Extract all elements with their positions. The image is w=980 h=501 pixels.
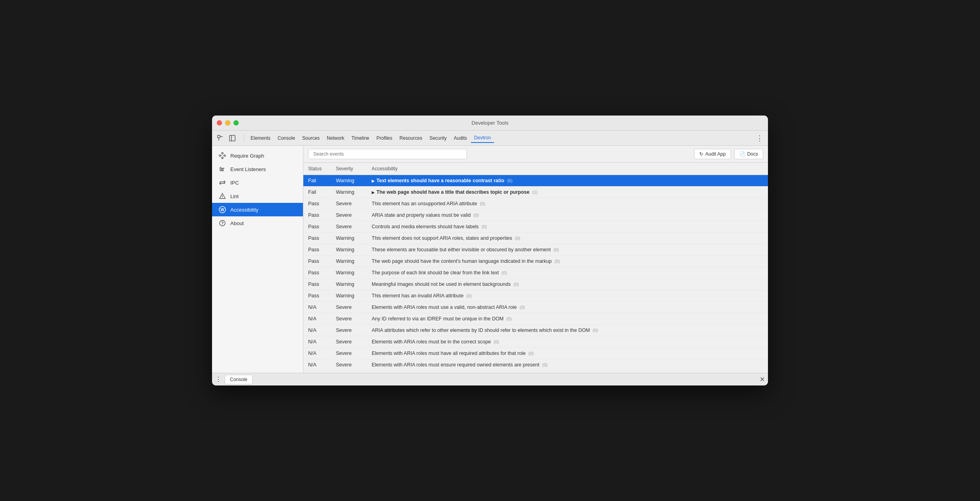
svg-rect-11 bbox=[221, 168, 224, 169]
titlebar: Developer Tools bbox=[212, 116, 768, 131]
cell-severity: Warning bbox=[331, 244, 367, 256]
sidebar-item-accessibility[interactable]: W Accessibility bbox=[212, 203, 303, 216]
count-badge: (0) bbox=[552, 247, 559, 252]
cell-accessibility: The web page should have the content's h… bbox=[367, 256, 768, 267]
svg-rect-1 bbox=[230, 135, 235, 141]
cell-status: Pass bbox=[303, 244, 331, 256]
table-row[interactable]: PassWarningThis element does not support… bbox=[303, 233, 768, 244]
cell-status: N/A bbox=[303, 359, 331, 371]
refresh-icon: ↻ bbox=[699, 151, 703, 157]
table-row[interactable]: PassWarningMeaningful images should not … bbox=[303, 279, 768, 290]
cell-severity: Severe bbox=[331, 325, 367, 336]
cell-status: Pass bbox=[303, 256, 331, 267]
table-row[interactable]: PassSevereThis element has an unsupporte… bbox=[303, 198, 768, 210]
lint-label: Lint bbox=[230, 193, 239, 199]
panel-icon-btn[interactable] bbox=[227, 133, 237, 143]
cell-status: N/A bbox=[303, 302, 331, 313]
bottom-close-button[interactable]: ✕ bbox=[760, 376, 765, 383]
cell-accessibility: This element has an invalid ARIA attribu… bbox=[367, 290, 768, 302]
more-options-button[interactable]: ⋮ bbox=[754, 133, 765, 143]
maximize-button[interactable] bbox=[233, 120, 239, 125]
table-row[interactable]: N/ASevereElements with ARIA roles must h… bbox=[303, 348, 768, 359]
cell-accessibility: Elements with ARIA roles must ensure req… bbox=[367, 359, 768, 371]
cell-accessibility: These elements are focusable but either … bbox=[367, 244, 768, 256]
tab-profiles[interactable]: Profiles bbox=[373, 134, 395, 143]
bottom-menu-button[interactable]: ⋮ bbox=[215, 376, 222, 383]
cell-status: Pass bbox=[303, 279, 331, 290]
count-badge: (0) bbox=[553, 259, 560, 264]
console-tab-button[interactable]: Console bbox=[225, 375, 253, 384]
count-badge: (0) bbox=[505, 316, 512, 321]
sidebar-item-event-listeners[interactable]: Event Listeners bbox=[212, 162, 303, 176]
about-label: About bbox=[230, 220, 244, 226]
search-input[interactable] bbox=[308, 149, 467, 159]
tab-network[interactable]: Network bbox=[324, 134, 347, 143]
table-row[interactable]: PassWarningThis element has an invalid A… bbox=[303, 290, 768, 302]
table-row[interactable]: N/ASevereAny ID referred to via an IDREF… bbox=[303, 313, 768, 325]
tab-console[interactable]: Console bbox=[274, 134, 298, 143]
expand-arrow-icon: ▶ bbox=[372, 179, 375, 183]
cell-status: N/A bbox=[303, 313, 331, 325]
bottom-bar: ⋮ Console ✕ bbox=[212, 373, 768, 385]
cell-status: Pass bbox=[303, 221, 331, 233]
table-row[interactable]: PassWarningThe purpose of each link shou… bbox=[303, 267, 768, 279]
table-row[interactable]: N/ASevereElements with ARIA roles must b… bbox=[303, 336, 768, 348]
accessibility-text: This element does not support ARIA roles… bbox=[372, 235, 512, 241]
svg-point-6 bbox=[222, 157, 223, 159]
tab-elements[interactable]: Elements bbox=[247, 134, 274, 143]
window-title: Developer Tools bbox=[472, 120, 509, 126]
count-badge: (1) bbox=[531, 190, 538, 195]
minimize-button[interactable] bbox=[225, 120, 230, 125]
cell-severity: Severe bbox=[331, 336, 367, 348]
tab-timeline[interactable]: Timeline bbox=[348, 134, 372, 143]
table-row[interactable]: N/ASevereElements with ARIA roles must u… bbox=[303, 302, 768, 313]
accessibility-icon: W bbox=[218, 206, 226, 213]
sidebar-item-ipc[interactable]: IPC bbox=[212, 176, 303, 189]
cell-severity: Warning bbox=[331, 267, 367, 279]
toolbar: Elements Console Sources Network Timelin… bbox=[212, 131, 768, 146]
tab-audits[interactable]: Audits bbox=[451, 134, 470, 143]
close-button[interactable] bbox=[217, 120, 222, 125]
table-row[interactable]: PassWarningThe web page should have the … bbox=[303, 256, 768, 267]
count-badge: (0) bbox=[518, 305, 525, 310]
sidebar-item-lint[interactable]: Lint bbox=[212, 189, 303, 203]
accessibility-table: Status Severity Accessibility FailWarnin… bbox=[303, 163, 768, 371]
accessibility-text: The purpose of each link should be clear… bbox=[372, 270, 499, 276]
table-row[interactable]: N/ASevereElements with ARIA roles must e… bbox=[303, 359, 768, 371]
lint-icon bbox=[218, 193, 226, 200]
require-graph-icon bbox=[218, 152, 226, 159]
accessibility-text: This element has an invalid ARIA attribu… bbox=[372, 293, 463, 299]
tab-sources[interactable]: Sources bbox=[299, 134, 323, 143]
table-row[interactable]: FailWarning▶ The web page should have a … bbox=[303, 187, 768, 198]
tab-resources[interactable]: Resources bbox=[396, 134, 425, 143]
count-badge: (0) bbox=[480, 224, 487, 229]
sidebar-item-require-graph[interactable]: Require Graph bbox=[212, 149, 303, 162]
devtools-window: Developer Tools Elements Console Sources… bbox=[212, 116, 768, 385]
tab-devtron[interactable]: Devtron bbox=[471, 133, 494, 143]
svg-point-4 bbox=[222, 152, 223, 154]
table-row[interactable]: FailWarning▶ Text elements should have a… bbox=[303, 175, 768, 187]
accessibility-text: Elements with ARIA roles must be in the … bbox=[372, 339, 491, 345]
cell-accessibility: This element has an unsupported ARIA att… bbox=[367, 198, 768, 210]
table-header: Status Severity Accessibility bbox=[303, 163, 768, 175]
sidebar-item-about[interactable]: ? About bbox=[212, 216, 303, 230]
cell-status: Pass bbox=[303, 233, 331, 244]
ipc-label: IPC bbox=[230, 180, 239, 186]
tab-security[interactable]: Security bbox=[426, 134, 449, 143]
cell-status: N/A bbox=[303, 348, 331, 359]
docs-button[interactable]: 📄 Docs bbox=[734, 149, 763, 159]
table-row[interactable]: PassWarningThese elements are focusable … bbox=[303, 244, 768, 256]
cursor-icon-btn[interactable] bbox=[215, 133, 226, 143]
cell-accessibility: The purpose of each link should be clear… bbox=[367, 267, 768, 279]
cell-accessibility: Meaningful images should not be used in … bbox=[367, 279, 768, 290]
audit-app-button[interactable]: ↻ Audit App bbox=[694, 149, 731, 159]
toolbar-icons bbox=[215, 133, 237, 143]
header-status: Status bbox=[303, 163, 331, 175]
table-row[interactable]: PassSevereControls and media elements sh… bbox=[303, 221, 768, 233]
table-row[interactable]: PassSevereARIA state and property values… bbox=[303, 210, 768, 221]
sidebar: Require Graph Event Listeners bbox=[212, 146, 303, 373]
table-row[interactable]: N/ASevereARIA attributes which refer to … bbox=[303, 325, 768, 336]
cell-severity: Warning bbox=[331, 175, 367, 187]
count-badge: (0) bbox=[478, 201, 485, 206]
accessibility-text: The web page should have the content's h… bbox=[372, 258, 552, 264]
